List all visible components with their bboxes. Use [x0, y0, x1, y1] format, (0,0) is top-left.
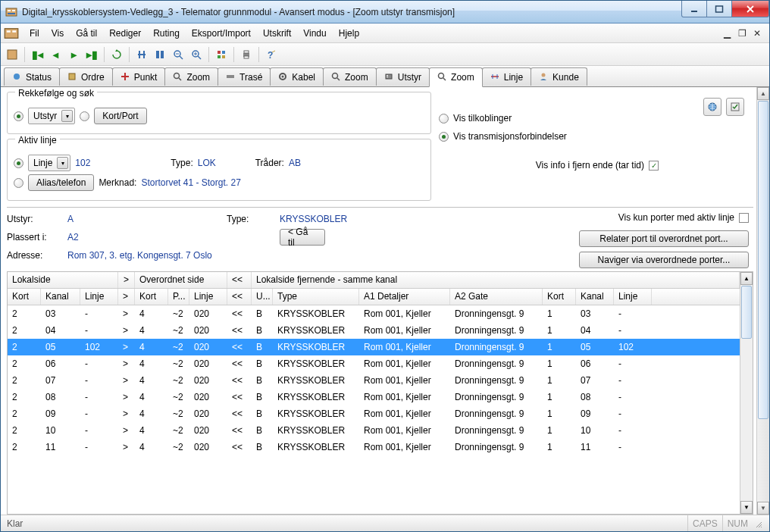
- radio-vis-tilkoblinger[interactable]: [439, 114, 449, 124]
- table-row[interactable]: 205102>4~2020<<BKRYSSKOBLERRom 001, Kjel…: [8, 339, 740, 355]
- zoom-out-icon[interactable]: [170, 46, 186, 63]
- combo-utstyr[interactable]: Utstyr▾: [28, 108, 75, 124]
- group-lokalside[interactable]: Lokalside: [8, 272, 118, 288]
- col-kanal3[interactable]: Kanal: [576, 289, 614, 305]
- mdi-close-icon[interactable]: ✕: [751, 28, 763, 39]
- radio-utstyr[interactable]: [14, 111, 23, 121]
- relater-port-button[interactable]: Relater port til overordnet port...: [579, 230, 749, 247]
- alias-telefon-button[interactable]: Alias/telefon: [28, 174, 94, 191]
- maximize-button[interactable]: [706, 1, 732, 17]
- col-kort[interactable]: Kort: [8, 289, 41, 305]
- zoom-in-icon[interactable]: [188, 46, 205, 63]
- menu-vindu[interactable]: Vindu: [297, 26, 332, 41]
- col-type[interactable]: Type: [273, 289, 359, 305]
- scroll-down-icon[interactable]: ▼: [740, 501, 753, 514]
- statusbar: Klar CAPS NUM: [1, 515, 769, 531]
- table-row[interactable]: 206->4~2020<<BKRYSSKOBLERRom 001, Kjelle…: [8, 355, 740, 372]
- combo-linje[interactable]: Linje▾: [28, 155, 70, 171]
- outer-scrollbar[interactable]: ▲ ▼: [756, 87, 769, 515]
- table-row[interactable]: 204->4~2020<<BKRYSSKOBLERRom 001, Kjelle…: [8, 322, 740, 339]
- col-linje2[interactable]: Linje: [189, 289, 227, 305]
- checkbox-vis-info[interactable]: ✓: [649, 161, 659, 171]
- table-row[interactable]: 211->4~2020<<BKRYSSKOBLERRom 001, Kjelle…: [8, 439, 740, 455]
- group-overordnet[interactable]: Overordnet side: [135, 272, 227, 288]
- help-icon[interactable]: ?: [263, 46, 280, 63]
- table-row[interactable]: 208->4~2020<<BKRYSSKOBLERRom 001, Kjelle…: [8, 389, 740, 405]
- globe-icon[interactable]: [703, 98, 721, 116]
- minimize-button[interactable]: [681, 1, 707, 17]
- nav-last-icon[interactable]: ▸▮: [83, 46, 100, 63]
- radio-linje[interactable]: [14, 158, 23, 168]
- outer-scroll-down-icon[interactable]: ▼: [757, 502, 769, 515]
- mdi-restore-icon[interactable]: ❐: [736, 28, 748, 39]
- table-row[interactable]: 210->4~2020<<BKRYSSKOBLERRom 001, Kjelle…: [8, 422, 740, 439]
- menu-utskrift[interactable]: Utskrift: [257, 26, 297, 41]
- toolbar-icon-1[interactable]: [4, 46, 20, 63]
- tab-punkt[interactable]: Punkt: [112, 67, 166, 86]
- radio-vis-transmisjon[interactable]: [439, 132, 449, 142]
- nav-next-icon[interactable]: ▸: [65, 46, 82, 63]
- radio-kortport[interactable]: [80, 111, 89, 121]
- table-scrollbar[interactable]: ▲ ▼: [740, 272, 753, 514]
- gatil-button[interactable]: < Gå til: [280, 229, 325, 246]
- scroll-up-icon[interactable]: ▲: [740, 272, 753, 285]
- col-kanal[interactable]: Kanal: [41, 289, 80, 305]
- menu-fil[interactable]: Fil: [23, 26, 45, 41]
- tool-icon-a[interactable]: [133, 46, 150, 63]
- scroll-thumb[interactable]: [741, 286, 752, 339]
- group-arrow[interactable]: >: [118, 272, 135, 288]
- refresh-icon[interactable]: [108, 46, 125, 63]
- col-linje3[interactable]: Linje: [614, 289, 652, 305]
- tab-kunde[interactable]: Kunde: [531, 67, 587, 86]
- menu-hjelp[interactable]: Hjelp: [333, 26, 365, 41]
- outer-scroll-track[interactable]: [757, 420, 769, 502]
- scroll-track[interactable]: [740, 340, 753, 501]
- tab-zoom[interactable]: Zoom: [323, 67, 377, 86]
- close-button[interactable]: [731, 1, 769, 17]
- col-a1[interactable]: A1 Detaljer: [359, 289, 450, 305]
- checkbox-vis-kun[interactable]: [739, 213, 749, 223]
- col-arrow[interactable]: >: [118, 289, 135, 305]
- table-row[interactable]: 207->4~2020<<BKRYSSKOBLERRom 001, Kjelle…: [8, 372, 740, 389]
- kortport-button[interactable]: Kort/Port: [94, 108, 146, 124]
- col-kort3[interactable]: Kort: [543, 289, 576, 305]
- chevron-down-icon[interactable]: ▾: [57, 157, 68, 169]
- nav-prev-icon[interactable]: ◂: [47, 46, 64, 63]
- nav-first-icon[interactable]: ▮◂: [29, 46, 45, 63]
- mdi-minimize-icon[interactable]: ▁: [721, 28, 733, 39]
- outer-scroll-thumb[interactable]: [758, 101, 768, 419]
- menu-gatil[interactable]: Gå til: [70, 26, 103, 41]
- tab-zoom[interactable]: Zoom: [164, 67, 218, 86]
- grid-icon[interactable]: [213, 46, 230, 63]
- kabel-icon: [278, 72, 289, 83]
- col-al[interactable]: <<: [227, 289, 252, 305]
- group-arrow-left[interactable]: <<: [227, 272, 252, 288]
- checklist-icon[interactable]: [726, 98, 744, 116]
- tab-linje[interactable]: Linje: [482, 67, 531, 86]
- print-icon[interactable]: [238, 46, 255, 63]
- resize-grip-icon[interactable]: [753, 518, 763, 530]
- tab-utstyr[interactable]: Utstyr: [376, 67, 430, 86]
- group-fjernende[interactable]: Lokalside fjernende - samme kanal: [252, 272, 740, 288]
- radio-alias[interactable]: [14, 178, 23, 188]
- menu-vis[interactable]: Vis: [45, 26, 70, 41]
- col-linje[interactable]: Linje: [80, 289, 118, 305]
- col-kort2[interactable]: Kort: [135, 289, 168, 305]
- tab-zoom[interactable]: Zoom: [429, 67, 483, 87]
- col-u[interactable]: U...: [252, 289, 273, 305]
- menu-eksport[interactable]: Eksport/Import: [186, 26, 257, 41]
- col-a2[interactable]: A2 Gate: [450, 289, 543, 305]
- table-row[interactable]: 203->4~2020<<BKRYSSKOBLERRom 001, Kjelle…: [8, 305, 740, 322]
- outer-scroll-up-icon[interactable]: ▲: [757, 87, 769, 100]
- table-row[interactable]: 209->4~2020<<BKRYSSKOBLERRom 001, Kjelle…: [8, 405, 740, 422]
- menu-ruting[interactable]: Ruting: [147, 26, 186, 41]
- menu-rediger[interactable]: Rediger: [103, 26, 147, 41]
- tab-kabel[interactable]: Kabel: [270, 67, 324, 86]
- col-p[interactable]: P...: [168, 289, 189, 305]
- tab-status[interactable]: Status: [4, 67, 60, 86]
- tool-icon-b[interactable]: [152, 46, 168, 63]
- naviger-porter-button[interactable]: Naviger via overordnede porter...: [579, 252, 749, 268]
- tab-trasé[interactable]: Trasé: [218, 67, 271, 86]
- chevron-down-icon[interactable]: ▾: [61, 110, 73, 122]
- tab-ordre[interactable]: Ordre: [59, 67, 113, 86]
